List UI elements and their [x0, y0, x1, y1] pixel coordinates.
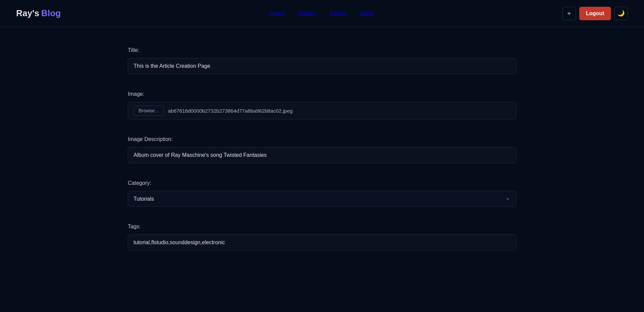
- nav-link-about[interactable]: About: [360, 10, 374, 16]
- title-label: Title:: [128, 47, 516, 53]
- nav-link-gallery[interactable]: Gallery: [329, 10, 346, 16]
- file-input-wrapper: Browse... ab67616d0000b2732b273864d77a8b…: [128, 102, 516, 119]
- image-label: Image:: [128, 91, 516, 97]
- main-content: Title: Image: Browse... ab67616d0000b273…: [120, 27, 524, 294]
- file-name-display: ab67616d0000b2732b273864d77a8ba962b8ac02…: [168, 108, 293, 114]
- logout-button[interactable]: Logout: [579, 7, 611, 20]
- tags-label: Tags:: [128, 224, 516, 230]
- title-input[interactable]: [128, 58, 516, 74]
- plus-icon: +: [567, 9, 571, 18]
- theme-toggle-button[interactable]: 🌙: [614, 7, 628, 20]
- image-desc-group: Image Description:: [128, 136, 516, 163]
- category-select[interactable]: TutorialsMusicTechPersonal: [128, 191, 516, 207]
- nav-item-articles[interactable]: Articles: [298, 10, 316, 17]
- category-group: Category: TutorialsMusicTechPersonal: [128, 180, 516, 207]
- tags-input[interactable]: [128, 234, 516, 251]
- nav-links: Home Articles Gallery About: [270, 10, 374, 17]
- title-group: Title:: [128, 47, 516, 74]
- image-group: Image: Browse... ab67616d0000b2732b27386…: [128, 91, 516, 119]
- brand-blog: Blog: [41, 8, 61, 18]
- image-desc-input[interactable]: [128, 147, 516, 163]
- nav-link-articles[interactable]: Articles: [298, 10, 316, 16]
- moon-icon: 🌙: [617, 10, 625, 17]
- nav-item-about[interactable]: About: [360, 10, 374, 17]
- add-button[interactable]: +: [562, 7, 576, 20]
- category-label: Category:: [128, 180, 516, 186]
- tags-group: Tags:: [128, 224, 516, 251]
- nav-actions: + Logout 🌙: [562, 7, 628, 20]
- nav-link-home[interactable]: Home: [270, 10, 285, 16]
- nav-item-gallery[interactable]: Gallery: [329, 10, 346, 17]
- brand-ray: Ray's: [16, 8, 39, 18]
- nav-item-home[interactable]: Home: [270, 10, 285, 17]
- brand: Ray's Blog: [16, 8, 61, 18]
- browse-button[interactable]: Browse...: [134, 106, 164, 116]
- image-desc-label: Image Description:: [128, 136, 516, 142]
